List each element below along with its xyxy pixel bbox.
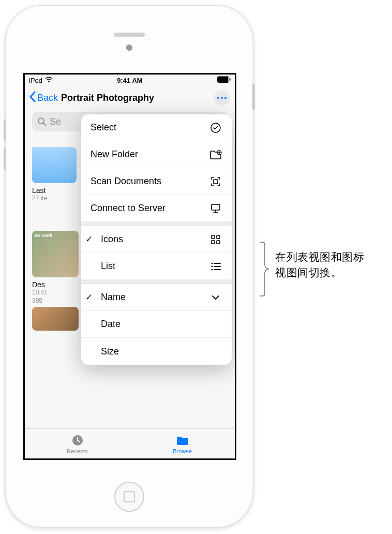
status-time: 9:41 AM	[117, 77, 142, 84]
checkmark-icon: ✓	[85, 292, 93, 303]
clock-icon	[70, 434, 85, 447]
folder-item[interactable]: Last 27 ite	[32, 147, 79, 202]
scan-icon	[209, 176, 222, 187]
annotation-bracket	[259, 241, 269, 298]
list-icon	[209, 262, 222, 271]
photo-thumbnail[interactable]	[32, 307, 79, 331]
menu-item-new-folder[interactable]: New Folder	[81, 141, 232, 168]
back-label: Back	[37, 93, 58, 103]
page-title: Portrait Photography	[61, 93, 154, 103]
nav-bar: Back Portrait Photography	[25, 86, 235, 110]
svg-rect-11	[212, 204, 220, 210]
svg-rect-12	[212, 235, 215, 239]
more-icon	[216, 96, 228, 100]
svg-rect-13	[217, 235, 220, 239]
chevron-down-icon	[209, 295, 222, 300]
chevron-left-icon	[29, 91, 36, 105]
svg-rect-15	[217, 241, 220, 244]
svg-point-3	[217, 97, 219, 99]
folder-icon	[175, 434, 190, 447]
new-folder-icon	[209, 150, 222, 160]
menu-item-sort-name[interactable]: ✓ Name	[81, 284, 232, 311]
menu-item-connect-server[interactable]: Connect to Server	[81, 195, 232, 222]
folder-meta: 27 ite	[32, 195, 79, 202]
tab-recents[interactable]: Recents	[25, 429, 130, 458]
folder-icon	[32, 147, 77, 183]
svg-point-4	[221, 97, 223, 99]
svg-point-18	[212, 265, 213, 267]
content-area: Se Last 27 ite So cool! Des	[25, 110, 235, 428]
device-frame: iPod 9:41 AM Back Portrait Photography	[5, 5, 253, 528]
svg-rect-14	[212, 241, 215, 244]
power-button[interactable]	[252, 83, 255, 110]
menu-item-select[interactable]: Select	[81, 114, 232, 141]
svg-point-16	[212, 262, 213, 264]
annotation-text: 在列表视图和图标 视图间切换。	[275, 249, 364, 281]
device-camera	[126, 44, 132, 51]
svg-line-7	[43, 123, 46, 125]
device-speaker	[114, 33, 145, 37]
menu-item-sort-size[interactable]: Size	[81, 338, 232, 365]
grid-icon	[209, 234, 222, 245]
annotation-callout: 在列表视图和图标 视图间切换。	[259, 249, 364, 298]
menu-item-icons-view[interactable]: ✓ Icons	[81, 226, 232, 253]
volume-up-button[interactable]	[4, 120, 6, 141]
svg-rect-10	[214, 180, 218, 184]
popup-separator	[81, 280, 232, 284]
photo-size: 385	[32, 297, 79, 305]
tab-label: Recents	[67, 448, 87, 454]
checkmark-icon: ✓	[85, 234, 93, 245]
menu-item-sort-date[interactable]: Date	[81, 311, 232, 338]
popup-separator	[81, 222, 232, 226]
server-icon	[209, 203, 222, 214]
back-button[interactable]: Back	[29, 91, 58, 105]
folder-name: Last	[32, 186, 79, 195]
search-placeholder: Se	[50, 116, 61, 127]
menu-item-list-view[interactable]: List	[81, 253, 232, 280]
status-device-label: iPod	[29, 77, 42, 84]
tab-browse[interactable]: Browse	[130, 429, 235, 458]
photo-item[interactable]: So cool! Des 10:41 385	[32, 231, 79, 305]
svg-rect-1	[218, 77, 228, 82]
photo-title: Des	[32, 280, 79, 289]
svg-rect-2	[230, 78, 231, 81]
tab-label: Browse	[173, 448, 192, 454]
status-bar: iPod 9:41 AM	[25, 75, 235, 86]
more-button[interactable]	[214, 90, 230, 106]
search-icon	[37, 117, 47, 126]
tab-bar: Recents Browse	[25, 428, 235, 458]
photo-thumbnail: So cool!	[32, 231, 79, 277]
home-button[interactable]	[114, 482, 144, 512]
wifi-icon	[45, 77, 53, 84]
svg-point-20	[212, 269, 213, 270]
home-button-icon	[124, 491, 135, 502]
screen: iPod 9:41 AM Back Portrait Photography	[23, 73, 236, 460]
menu-item-scan-documents[interactable]: Scan Documents	[81, 168, 232, 195]
svg-point-5	[224, 97, 227, 99]
select-icon	[209, 122, 222, 134]
volume-down-button[interactable]	[4, 148, 6, 170]
options-popup: Select New Folder Scan Documents	[81, 114, 232, 365]
battery-icon	[217, 76, 231, 84]
photo-time: 10:41	[32, 289, 79, 297]
